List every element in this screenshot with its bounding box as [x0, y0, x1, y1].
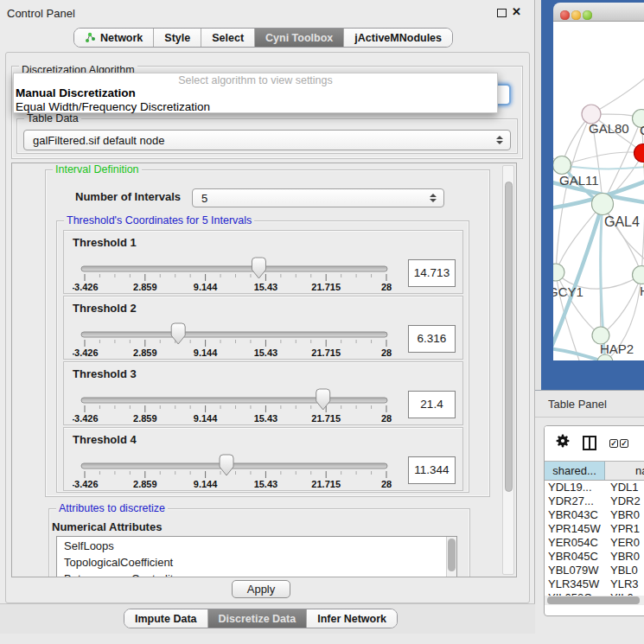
- table-row[interactable]: YDL19...YDL1: [545, 481, 644, 494]
- gear-icon[interactable]: [555, 433, 571, 451]
- table-data-label: Table Data: [24, 112, 81, 124]
- threshold-panel-4: Threshold 4-3.4262.8599.14415.4321.71528…: [63, 427, 463, 491]
- table-row[interactable]: YER054CYER0: [545, 536, 644, 550]
- svg-text:2.859: 2.859: [133, 413, 157, 424]
- table-toolbar: ✓ ✓: [545, 426, 644, 461]
- threshold-slider[interactable]: -3.4262.8599.14415.4321.71528: [73, 255, 418, 295]
- svg-text:2.859: 2.859: [133, 348, 157, 358]
- network-node-gal11[interactable]: [553, 156, 571, 175]
- tab-label: Infer Network: [317, 613, 386, 625]
- tab-select[interactable]: Select: [201, 29, 254, 47]
- network-node-gal4[interactable]: [592, 194, 614, 215]
- slider-thumb[interactable]: [220, 455, 233, 475]
- attribute-item[interactable]: SelfLoops: [57, 537, 456, 553]
- close-icon[interactable]: ✕: [512, 5, 521, 18]
- threshold-slider[interactable]: -3.4262.8599.14415.4321.71528: [73, 452, 418, 492]
- zoom-traffic-light[interactable]: [583, 10, 592, 20]
- cell-name: YDR2: [605, 494, 644, 508]
- cell-shared-name: YLR345W: [545, 577, 605, 591]
- spinner-arrows-icon: [430, 194, 437, 202]
- table-row[interactable]: YDR27...YDR2: [545, 494, 644, 508]
- float-window-icon[interactable]: [497, 9, 507, 17]
- table-row[interactable]: YLR345WYLR3: [545, 577, 644, 591]
- tab-impute-data[interactable]: Impute Data: [124, 609, 207, 628]
- svg-text:9.144: 9.144: [194, 282, 218, 292]
- cell-name: YER0: [605, 536, 644, 550]
- tab-discretize-data[interactable]: Discretize Data: [207, 609, 307, 628]
- network-icon: [85, 32, 96, 43]
- number-of-intervals-spinner[interactable]: 5: [192, 188, 444, 207]
- threshold-label: Threshold 3: [73, 367, 137, 380]
- attributes-list: SelfLoopsTopologicalCoefficientBetweenne…: [56, 536, 457, 577]
- table-row[interactable]: YPR145WYPR1: [545, 522, 644, 536]
- interval-definition-label: Interval Definition: [53, 163, 142, 175]
- threshold-label: Threshold 4: [73, 433, 137, 446]
- tab-infer-network[interactable]: Infer Network: [306, 609, 397, 628]
- tab-cyni-toolbox[interactable]: Cyni Toolbox: [254, 29, 343, 47]
- control-panel-titlebar: Control Panel ✕: [0, 0, 534, 26]
- table-row[interactable]: YBR043CYBR0: [545, 508, 644, 522]
- settings-scroll-panel: Interval Definition Number of Intervals …: [11, 163, 517, 577]
- screen: Control Panel ✕ NetworkStyleSelectCyni T…: [0, 0, 644, 644]
- checkbox-icon[interactable]: ✓: [609, 439, 618, 448]
- tab-style[interactable]: Style: [153, 29, 201, 47]
- attributes-group-label: Attributes to discretize: [56, 502, 168, 514]
- tab-jactivemnodules[interactable]: jActiveMNodules: [343, 29, 452, 47]
- columns-icon[interactable]: [583, 436, 596, 450]
- svg-text:-3.426: -3.426: [73, 413, 99, 424]
- network-canvas[interactable]: GAL80GACGAL11GAL4GCY1HHAP2: [553, 22, 644, 360]
- node-label: H: [640, 284, 644, 298]
- attribute-item[interactable]: BetweennessCentrality: [57, 570, 456, 577]
- threshold-value-field[interactable]: 6.316: [408, 325, 456, 353]
- threshold-panel-2: Threshold 2-3.4262.8599.14415.4321.71528…: [63, 296, 463, 360]
- slider-thumb[interactable]: [316, 389, 330, 410]
- svg-text:2.859: 2.859: [133, 479, 157, 489]
- svg-text:28: 28: [381, 413, 392, 424]
- threshold-slider[interactable]: -3.4262.8599.14415.4321.71528: [73, 321, 418, 360]
- svg-text:9.144: 9.144: [194, 479, 218, 489]
- right-side: GAL80GACGAL11GAL4GCY1HHAP2 Table Panel: [535, 0, 644, 644]
- table-panel-title: Table Panel: [548, 398, 607, 411]
- table-row[interactable]: YBL079WYBL0: [545, 564, 644, 577]
- svg-text:21.715: 21.715: [311, 282, 341, 292]
- attributes-scrollbar[interactable]: [446, 537, 456, 577]
- close-traffic-light[interactable]: [560, 10, 570, 20]
- tab-label: Impute Data: [135, 613, 197, 625]
- tab-network[interactable]: Network: [74, 29, 153, 47]
- network-view-frame: GAL80GACGAL11GAL4GCY1HHAP2: [541, 0, 644, 390]
- svg-text:28: 28: [381, 348, 392, 358]
- slider-thumb[interactable]: [252, 258, 265, 278]
- top-tab-strip: NetworkStyleSelectCyni ToolboxjActiveMNo…: [73, 28, 453, 48]
- svg-text:21.715: 21.715: [311, 348, 341, 358]
- svg-text:15.43: 15.43: [254, 479, 278, 489]
- network-node-h[interactable]: [633, 266, 644, 284]
- threshold-value-field[interactable]: 11.344: [408, 456, 456, 484]
- node-label: GCY1: [553, 284, 583, 299]
- table-row[interactable]: YBR045CYBR0: [545, 550, 644, 564]
- minimize-traffic-light[interactable]: [571, 10, 581, 20]
- apply-button[interactable]: Apply: [232, 580, 290, 598]
- table-header: shared... na: [545, 461, 644, 481]
- table-data-select[interactable]: galFiltered.sif default node: [23, 130, 511, 150]
- dropdown-option-equal-width[interactable]: Equal Width/Frequency Discretization: [16, 100, 210, 113]
- tab-label: Discretize Data: [219, 613, 296, 625]
- column-header-name[interactable]: na: [605, 462, 644, 480]
- threshold-label: Threshold 2: [73, 302, 137, 315]
- svg-text:28: 28: [381, 479, 392, 489]
- cell-name: YLR3: [605, 577, 644, 591]
- slider-thumb[interactable]: [171, 323, 185, 344]
- column-header-shared[interactable]: shared...: [545, 462, 605, 480]
- threshold-value-field[interactable]: 14.713: [408, 259, 456, 287]
- cell-shared-name: YER054C: [545, 536, 605, 550]
- threshold-slider[interactable]: -3.4262.8599.14415.4321.71528: [73, 386, 418, 426]
- attribute-item[interactable]: TopologicalCoefficient: [57, 553, 456, 570]
- table-data-group: Table Data galFiltered.sif default node: [16, 118, 518, 154]
- panel-scrollbar[interactable]: [502, 165, 514, 575]
- node-label: GA: [640, 123, 644, 137]
- checkbox-icon[interactable]: ✓: [620, 439, 628, 448]
- dropdown-option-manual-discretization[interactable]: Manual Discretization: [16, 86, 136, 99]
- threshold-value-field[interactable]: 21.4: [408, 391, 456, 418]
- svg-text:-3.426: -3.426: [73, 348, 99, 358]
- cell-name: YBR0: [605, 550, 644, 564]
- table-hscrollbar[interactable]: [545, 596, 644, 605]
